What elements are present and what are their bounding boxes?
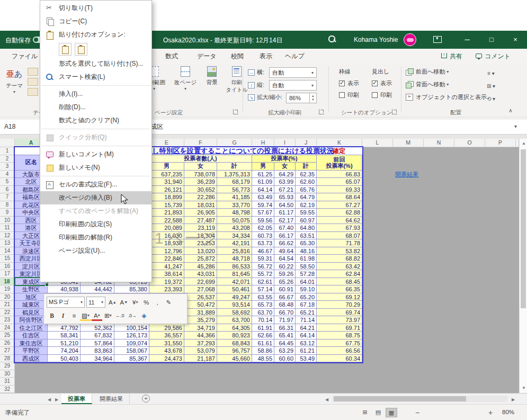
sheet-tab-1[interactable]: 投票率 — [61, 394, 92, 404]
data-cell[interactable]: 18,031 — [184, 201, 217, 209]
data-cell[interactable]: 58,692 — [217, 309, 252, 317]
data-cell[interactable]: 43,208 — [217, 224, 252, 232]
data-cell[interactable]: 67.27 — [317, 201, 362, 209]
data-cell[interactable]: 71.78 — [317, 239, 362, 247]
results-hyperlink[interactable]: 開票結果 — [395, 171, 418, 178]
data-cell[interactable]: 62.19 — [296, 201, 317, 209]
row-header-1[interactable]: 1 — [0, 147, 15, 155]
ribbon-tab-5[interactable]: ヘルプ — [283, 49, 307, 64]
menu-item[interactable]: ページ設定(U)... — [40, 244, 151, 257]
currency-format-button[interactable]: ¥▾ — [130, 297, 140, 308]
menu-item[interactable]: 改ページの挿入(B) — [40, 191, 151, 204]
hscroll-left-icon[interactable]: ◀ — [325, 397, 328, 402]
ward-name-cell[interactable]: 住吉区 — [15, 332, 48, 339]
row-header-23[interactable]: 23 — [0, 316, 15, 324]
column-header-F[interactable]: F — [184, 139, 217, 147]
data-cell[interactable]: 67.40 — [274, 224, 296, 232]
row-header-25[interactable]: 25 — [0, 332, 15, 339]
data-cell[interactable]: 62.35 — [296, 171, 317, 178]
borders-button[interactable]: ⊞▾ — [103, 310, 113, 321]
data-cell[interactable]: 68.07 — [317, 232, 362, 240]
page-breaks-button[interactable]: 改ページ▾ — [172, 66, 199, 91]
zoom-in-button[interactable]: + — [488, 408, 493, 417]
data-cell[interactable]: 44,442 — [81, 285, 114, 293]
data-cell[interactable]: 59.31 — [252, 255, 274, 263]
data-cell[interactable]: 64.29 — [274, 171, 296, 178]
avatar[interactable] — [404, 33, 416, 46]
ward-name-cell[interactable]: 城東区 — [15, 301, 48, 309]
data-cell[interactable]: 22,699 — [184, 278, 217, 286]
tab-scroll-right-icon[interactable]: ▶ — [55, 397, 58, 402]
data-cell[interactable]: 61.17 — [274, 209, 296, 217]
ward-name-cell[interactable]: 阿倍野区 — [15, 316, 48, 324]
data-cell[interactable]: 49,247 — [217, 293, 252, 301]
menu-item[interactable]: 印刷範囲の解除(R) — [40, 231, 151, 244]
paste-icon[interactable] — [59, 43, 72, 56]
data-cell[interactable]: 637,235 — [149, 171, 184, 178]
minimize-button[interactable]: ─ — [455, 31, 479, 49]
column-header-E[interactable]: E — [149, 139, 184, 147]
column-header-K[interactable]: K — [317, 139, 362, 147]
zoom-level[interactable]: 80% — [502, 409, 514, 415]
row-header-13[interactable]: 13 — [0, 239, 15, 247]
data-cell[interactable]: 68.48 — [274, 301, 296, 309]
data-cell[interactable]: 1,375,313 — [217, 171, 252, 178]
scroll-down-icon[interactable]: ▼ — [522, 386, 526, 390]
row-header-8[interactable]: 8 — [0, 201, 15, 209]
vertical-scrollbar[interactable]: ▲ ▼ — [519, 139, 527, 393]
zoom-out-button[interactable]: − — [415, 408, 419, 417]
width-dropdown[interactable]: 自動▾ — [269, 67, 317, 78]
data-cell[interactable]: 62.61 — [252, 278, 274, 286]
row-header-7[interactable]: 7 — [0, 193, 15, 201]
data-cell[interactable]: 68,843 — [217, 339, 252, 347]
sheet-options-dialog-launcher[interactable] — [392, 109, 397, 114]
data-cell[interactable]: 63.42 — [317, 263, 362, 271]
data-cell[interactable]: 60.60 — [274, 355, 296, 363]
data-cell[interactable]: 33,770 — [217, 201, 252, 209]
data-cell[interactable]: 38,614 — [149, 270, 184, 278]
data-cell[interactable]: 60.22 — [274, 263, 296, 271]
styles-icon[interactable]: ◈ — [139, 310, 149, 321]
data-cell[interactable]: 73.97 — [317, 316, 362, 324]
user-name[interactable]: Kohama Yoshie — [354, 36, 398, 43]
data-cell[interactable]: 63.73 — [252, 239, 274, 247]
data-cell[interactable]: 61.21 — [296, 347, 317, 355]
ribbon-tab-1[interactable]: 数式 — [163, 49, 180, 64]
data-cell[interactable]: 25,816 — [217, 247, 252, 255]
column-header-P[interactable]: P — [485, 139, 516, 147]
data-cell[interactable]: 57,864 — [81, 339, 114, 347]
data-cell[interactable]: 41,185 — [217, 193, 252, 201]
headings-print-checkbox[interactable]: 印刷 — [372, 91, 392, 99]
data-cell[interactable]: 66.35 — [317, 285, 362, 293]
tab-file[interactable]: ファイル — [10, 49, 40, 64]
data-cell[interactable]: 62.88 — [317, 209, 362, 217]
data-cell[interactable]: 24,473 — [149, 355, 184, 363]
data-cell[interactable]: 26,905 — [184, 209, 217, 217]
data-cell[interactable]: 48.55 — [252, 355, 274, 363]
background-button[interactable]: 背景 — [200, 66, 224, 86]
data-cell[interactable]: 23,253 — [184, 239, 217, 247]
theme-fonts-button[interactable] — [28, 78, 38, 86]
data-cell[interactable]: 62.66 — [252, 332, 274, 339]
comma-format-button[interactable]: , — [152, 297, 163, 308]
column-header-L[interactable]: L — [362, 139, 393, 147]
data-cell[interactable]: 68.75 — [317, 332, 362, 339]
data-cell[interactable]: 50,472 — [184, 301, 217, 309]
menu-item[interactable]: セルの書式設定(F)... — [40, 178, 151, 191]
data-cell[interactable]: 65.26 — [274, 278, 296, 286]
data-cell[interactable]: 64.01 — [296, 278, 317, 286]
paste-values-icon[interactable] — [75, 43, 87, 56]
data-cell[interactable]: 53.49 — [296, 355, 317, 363]
sheet-tab-2[interactable]: 開票結果 — [93, 394, 130, 404]
hscroll-right-icon[interactable]: ▶ — [512, 397, 515, 402]
ribbon-tab-3[interactable]: 校閲 — [229, 49, 246, 64]
data-cell[interactable]: 36,239 — [184, 178, 217, 186]
data-cell[interactable]: 12,796 — [149, 247, 184, 255]
data-cell[interactable]: 59.26 — [274, 270, 296, 278]
data-cell[interactable]: 62.60 — [296, 178, 317, 186]
grow-font-button[interactable]: A▲ — [107, 297, 118, 308]
font-name-select[interactable]: MS Pゴ▾ — [47, 297, 85, 308]
data-cell[interactable]: 50,403 — [48, 355, 81, 363]
ward-name-cell[interactable]: 旭区 — [15, 293, 48, 301]
vertical-scroll-thumb[interactable] — [521, 149, 526, 308]
